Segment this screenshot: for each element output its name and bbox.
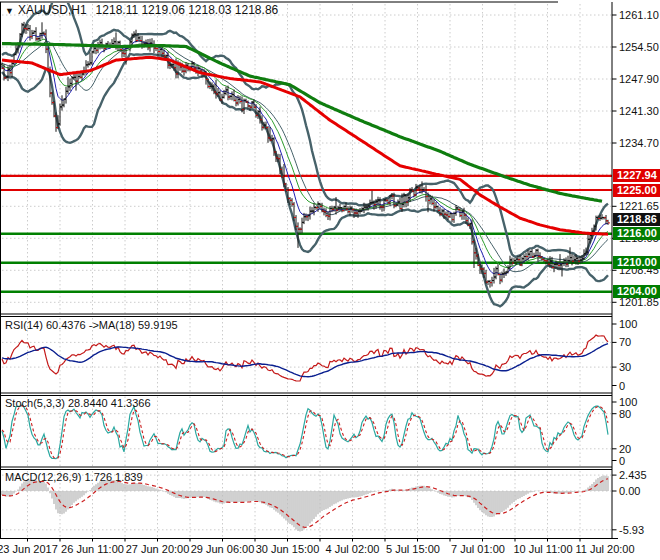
stochastic-indicator-label: Stoch(5,3,3) 28.8440 41.3366: [5, 397, 151, 409]
ohlc-values: 1218.11 1219.06 1218.03 1218.86: [96, 3, 279, 17]
trading-chart-window: ▼XAUUSD,H11218.11 1219.06 1218.03 1218.8…: [0, 0, 660, 560]
macd-tick-label: 2.435: [619, 469, 647, 481]
rsi-tick-label: 70: [619, 336, 631, 348]
price-tick-label: 1221.65: [619, 200, 659, 212]
rsi-tick-label: 30: [619, 361, 631, 373]
red-level-badge[interactable]: 1227.94: [613, 169, 660, 182]
rsi-tick-label: 100: [619, 318, 637, 330]
rsi-indicator-label: RSI(14) 60.4376 ->MA(18) 59.9195: [5, 319, 178, 331]
green-level-badge[interactable]: 1210.00: [613, 256, 660, 269]
current-price-badge: 1218.86: [613, 213, 660, 226]
rsi-tick-label: 0: [619, 380, 625, 392]
macd-tick-label: 0.00: [619, 485, 640, 497]
green-level-badge[interactable]: 1216.00: [613, 227, 660, 240]
stoch-tick-label: 80: [619, 408, 631, 420]
green-level-badge[interactable]: 1204.00: [613, 285, 660, 298]
price-tick-label: 1247.90: [619, 73, 659, 85]
chart-title: ▼XAUUSD,H11218.11 1219.06 1218.03 1218.8…: [5, 3, 278, 17]
stoch-tick-label: 100: [619, 396, 637, 408]
price-bars-down-notches: [2, 29, 610, 283]
price-tick-label: 1241.30: [619, 105, 659, 117]
macd-indicator-label: MACD(12,26,9) 1.726 1.839: [5, 471, 143, 483]
time-axis-label: 11 Jul 20:00: [565, 543, 645, 555]
price-tick-label: 1234.70: [619, 137, 659, 149]
stoch-tick-label: 0: [619, 455, 625, 467]
macd-tick-label: -5.93: [619, 524, 644, 536]
stoch-tick-label: 20: [619, 443, 631, 455]
price-tick-label: 1261.10: [619, 9, 659, 21]
symbol-period-label: XAUUSD,H1: [18, 3, 87, 17]
price-bars: [0, 22, 608, 288]
symbol-dropdown-icon[interactable]: ▼: [5, 6, 14, 16]
red-level-badge[interactable]: 1225.00: [613, 184, 660, 197]
price-tick-label: 1254.50: [619, 41, 659, 53]
